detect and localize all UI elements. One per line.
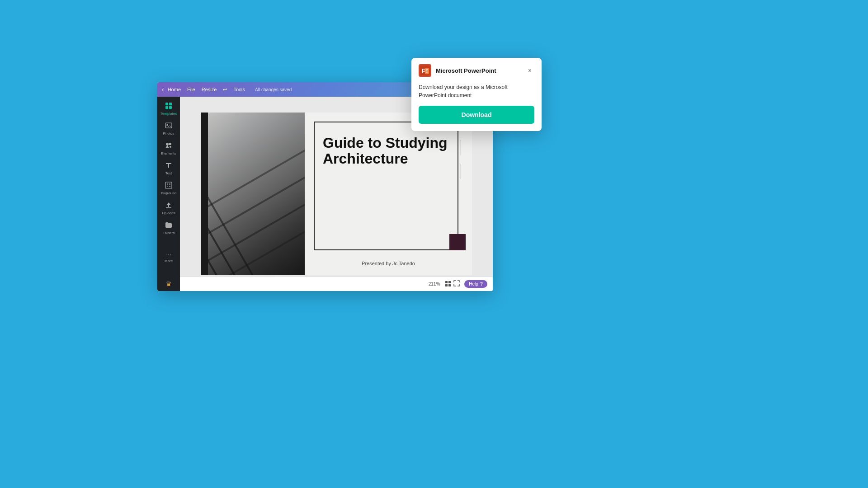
sidebar-label-templates: Templates bbox=[160, 112, 177, 116]
ppt-logo-inner: P bbox=[419, 64, 431, 77]
grid-view-icon[interactable] bbox=[444, 280, 452, 287]
dialog-body: Download your design as a Microsoft Powe… bbox=[411, 81, 542, 131]
sidebar-item-elements[interactable]: Elements bbox=[159, 139, 179, 158]
top-bar-left: ‹ Home File Resize ↩ Tools All changes s… bbox=[162, 86, 292, 94]
sidebar-label-uploads: Uploads bbox=[162, 211, 175, 215]
sidebar-item-folders[interactable]: Folders bbox=[159, 219, 179, 238]
help-button[interactable]: Help ? bbox=[464, 280, 487, 288]
nav-tools[interactable]: Tools bbox=[231, 86, 248, 93]
svg-rect-7 bbox=[169, 143, 171, 145]
sidebar-item-templates[interactable]: Templates bbox=[159, 99, 179, 118]
sidebar-item-text[interactable]: Text bbox=[159, 159, 179, 178]
sidebar-label-background: Bkground bbox=[161, 191, 176, 195]
svg-rect-4 bbox=[165, 123, 172, 128]
svg-rect-13 bbox=[445, 284, 448, 286]
slide-black-bar bbox=[201, 113, 208, 275]
svg-rect-19 bbox=[426, 70, 428, 71]
slide-text-area: Guide to Studying Architecture Presented… bbox=[305, 113, 472, 275]
deco-square bbox=[449, 234, 466, 250]
svg-rect-0 bbox=[165, 103, 168, 105]
background-icon bbox=[165, 182, 172, 190]
sidebar-item-photos[interactable]: Photos bbox=[159, 119, 179, 138]
ppt-logo: P bbox=[419, 64, 431, 77]
svg-rect-9 bbox=[165, 182, 172, 188]
svg-rect-2 bbox=[165, 106, 168, 109]
more-icon: ··· bbox=[166, 251, 171, 258]
deco-line-1 bbox=[461, 140, 461, 155]
svg-rect-10 bbox=[166, 207, 171, 208]
help-label: Help bbox=[469, 282, 478, 286]
sidebar-item-more[interactable]: ··· More bbox=[159, 248, 179, 266]
svg-rect-20 bbox=[426, 72, 428, 73]
slide: Guide to Studying Architecture Presented… bbox=[201, 113, 472, 275]
templates-icon bbox=[165, 102, 172, 111]
svg-rect-14 bbox=[448, 284, 451, 286]
sidebar-label-photos: Photos bbox=[163, 131, 175, 136]
fullscreen-icon[interactable] bbox=[453, 280, 460, 288]
slide-subtitle: Presented by Jc Tanedo bbox=[305, 261, 472, 266]
nav-home[interactable]: Home bbox=[165, 86, 184, 93]
svg-rect-11 bbox=[445, 281, 448, 283]
photos-icon bbox=[165, 122, 172, 131]
sidebar-item-uploads[interactable]: Uploads bbox=[159, 199, 179, 218]
bottom-bar: 211% bbox=[180, 277, 493, 291]
text-icon bbox=[165, 162, 172, 170]
svg-rect-3 bbox=[169, 106, 172, 109]
nav-resize[interactable]: Resize bbox=[199, 86, 220, 93]
decorative-lines bbox=[461, 140, 461, 179]
uploads-icon bbox=[165, 202, 172, 210]
slide-photo-area bbox=[201, 113, 305, 275]
slide-border-box bbox=[314, 122, 458, 250]
sidebar-label-elements: Elements bbox=[161, 151, 176, 155]
zoom-level: 211% bbox=[429, 282, 440, 286]
download-dialog: P Microsoft PowerPoint × Download your d… bbox=[411, 58, 542, 131]
sidebar-item-background[interactable]: Bkground bbox=[159, 179, 179, 198]
svg-rect-12 bbox=[448, 281, 451, 283]
dialog-title: Microsoft PowerPoint bbox=[436, 67, 521, 74]
dialog-header: P Microsoft PowerPoint × bbox=[411, 58, 542, 81]
view-icons bbox=[444, 280, 460, 288]
svg-rect-1 bbox=[169, 103, 172, 105]
autosave-status: All changes saved bbox=[255, 87, 292, 92]
dialog-description: Download your design as a Microsoft Powe… bbox=[419, 83, 534, 99]
back-button[interactable]: ‹ bbox=[162, 86, 164, 93]
nav-file[interactable]: File bbox=[184, 86, 198, 93]
crown-icon: ♛ bbox=[166, 280, 172, 287]
download-button[interactable]: Download bbox=[419, 106, 534, 124]
deco-line-2 bbox=[461, 164, 461, 179]
nav-menu: ‹ Home File Resize ↩ Tools bbox=[162, 86, 248, 94]
elements-icon bbox=[165, 142, 172, 150]
nav-undo[interactable]: ↩ bbox=[220, 86, 230, 94]
sidebar-label-more: More bbox=[165, 259, 173, 263]
close-button[interactable]: × bbox=[525, 66, 534, 75]
svg-rect-8 bbox=[170, 146, 171, 148]
sidebar-label-folders: Folders bbox=[163, 231, 175, 235]
sidebar-label-text: Text bbox=[165, 171, 172, 175]
folders-icon bbox=[165, 221, 172, 230]
svg-rect-18 bbox=[426, 69, 428, 70]
sidebar: Templates Photos bbox=[157, 97, 180, 291]
help-question: ? bbox=[480, 282, 483, 286]
